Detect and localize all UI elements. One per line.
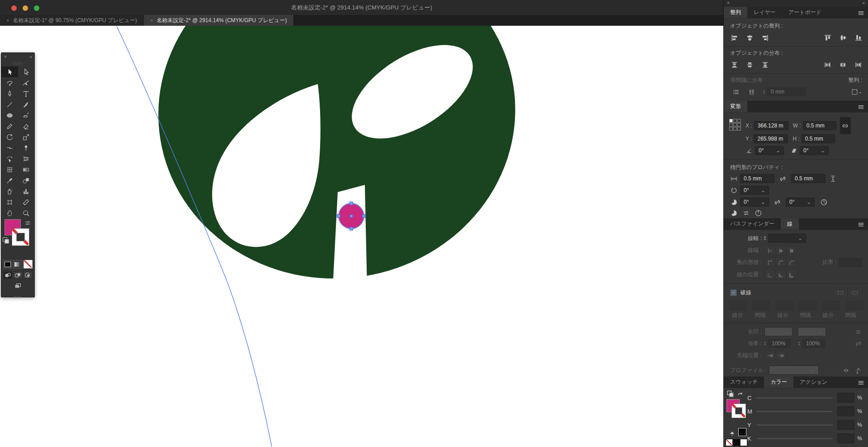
tip-inside-button[interactable] [764,351,775,360]
unlink-icon[interactable] [779,175,787,183]
align-tab-アートボード[interactable]: アートボード [782,7,828,18]
rotate-tool[interactable] [1,132,18,142]
stroke-color-swatch[interactable] [12,228,29,246]
align-top-button[interactable] [821,33,833,42]
color-button[interactable] [3,260,12,268]
dashed-line-checkbox[interactable]: – [730,289,737,296]
eyedropper-tool[interactable] [1,175,18,186]
toolbox-close-icon[interactable]: × [4,54,7,59]
panel-menu-icon[interactable] [857,104,865,111]
mesh-tool[interactable] [1,164,18,175]
stroke-inside-button[interactable] [775,270,786,279]
color-stroke-swatch[interactable] [731,404,746,418]
arrow-scale-end-field[interactable]: 100% [802,339,825,348]
panel-close-icon[interactable]: × [727,0,730,5]
ellipse-width-field[interactable]: 0.5 mm [740,174,774,183]
channel-slider[interactable] [756,424,833,426]
selection-tool[interactable] [1,66,18,77]
pen-tool[interactable] [1,88,18,99]
align-vcenter-button[interactable] [837,33,849,42]
color-tab-スウォッチ[interactable]: スウォッチ [724,376,764,388]
w-value-field[interactable]: 0.5 mm [803,121,836,130]
draw-behind-button[interactable] [13,271,22,279]
type-tool[interactable] [18,88,35,99]
hand-tool[interactable] [1,207,18,218]
distribute-vcenter-button[interactable] [744,60,755,70]
shaper-tool[interactable] [18,110,35,121]
tab-transform[interactable]: 変形 [724,101,747,112]
document-tab-2[interactable]: ×名称未設定-2* @ 2914.14% (CMYK/GPU プレビュー) [144,15,293,26]
channel-slider[interactable] [756,397,833,399]
vertical-spacing-button[interactable] [730,87,742,97]
artboard-tool[interactable] [1,197,18,207]
dash-field-1[interactable] [729,301,747,311]
round-join-button[interactable] [775,258,786,267]
none-quick-swatch[interactable] [726,439,733,446]
shear-select[interactable]: 0°⌄ [800,146,829,155]
color-tab-カラー[interactable]: カラー [764,376,793,388]
dash-field-5[interactable] [822,301,840,311]
tip-outside-button[interactable] [775,351,786,360]
pie-start-select[interactable]: 0°⌄ [740,198,769,207]
round-cap-button[interactable] [775,245,786,255]
shift-color-icon[interactable] [728,430,736,438]
ellipse-rotate-select[interactable]: 0°⌄ [740,186,769,195]
curvature-tool[interactable] [18,77,35,88]
arrow-scale-start-field[interactable]: 100% [768,339,791,348]
pencil-tool[interactable] [1,121,18,132]
perspective-grid-tool[interactable] [18,153,35,164]
flip-along-icon[interactable] [854,367,862,374]
toolbox-more-icon[interactable]: ••• [1,290,34,301]
dash-field-4[interactable] [799,301,817,311]
y-value-field[interactable]: 265.988 m [754,134,788,143]
black-swatch[interactable] [738,428,746,436]
tab-close-icon[interactable]: × [6,18,9,23]
stroke-tab-パスファインダー[interactable]: パスファインダー [724,218,781,230]
draw-inside-button[interactable] [24,271,33,279]
stroke-menu-icon[interactable] [857,221,865,229]
pie-filled-icon[interactable] [730,209,738,217]
projecting-cap-button[interactable] [786,245,797,255]
ellipse-height-field[interactable]: 0.5 mm [791,174,826,183]
swap-arrowheads-icon[interactable] [854,328,862,336]
stroke-weight-select[interactable]: ⌄ [768,234,806,243]
blend-tool[interactable] [18,175,35,186]
horizontal-spacing-button[interactable] [745,87,757,97]
dash-field-6[interactable] [846,301,863,311]
symbol-sprayer-tool[interactable] [1,186,18,197]
dash-field-2[interactable] [753,301,770,311]
stroke-outside-button[interactable] [786,270,797,279]
channel-value-field[interactable] [837,406,854,416]
arrowhead-end-select[interactable]: ⌄ [798,327,826,336]
default-fill-stroke-icon[interactable] [3,237,9,244]
puppet-warp-tool[interactable] [18,142,35,153]
distribute-hcenter-button[interactable] [837,60,849,70]
direct-selection-tool[interactable] [18,66,35,77]
pie-swap-icon[interactable] [742,209,750,217]
green-logo-shape[interactable] [142,26,532,296]
eraser-tool[interactable] [18,121,35,132]
flip-across-icon[interactable] [842,367,850,374]
pie-unlink-icon[interactable] [774,198,781,206]
lasso-tool[interactable] [1,77,18,88]
align-bottom-button[interactable] [852,33,864,42]
distribute-right-button[interactable] [852,60,864,70]
ratio-field[interactable] [839,258,862,267]
tab-close-icon[interactable]: × [150,18,153,23]
channel-slider[interactable] [756,411,833,412]
toolbox-grip[interactable]: |||||||| [1,61,34,66]
color-menu-icon[interactable] [857,379,865,387]
column-graph-tool[interactable] [18,186,35,197]
free-transform-tool[interactable] [1,153,18,164]
none-button[interactable] [24,260,33,268]
width-tool[interactable] [1,142,18,153]
screen-mode-button[interactable] [1,280,34,290]
white-quick-swatch[interactable] [740,439,747,446]
channel-value-field[interactable] [837,433,854,443]
gradient-button[interactable] [13,260,22,268]
panel-collapse-icon[interactable]: « [862,0,865,5]
profile-select[interactable]: ⌄ [769,366,819,375]
document-canvas[interactable] [0,26,723,447]
swap-colors-icon[interactable] [736,390,744,398]
distribute-top-button[interactable] [728,60,740,70]
